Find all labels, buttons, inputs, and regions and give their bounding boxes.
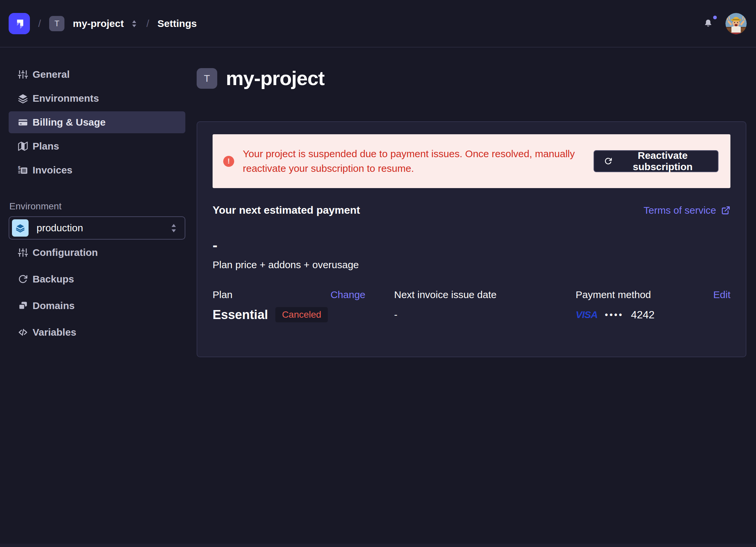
billing-card: ! Your project is suspended due to payme… <box>197 121 746 357</box>
user-avatar[interactable] <box>725 13 747 34</box>
layers-icon <box>18 93 28 103</box>
card-last4: 4242 <box>631 309 654 321</box>
environment-section-label: Environment <box>9 201 197 212</box>
terms-of-service-label: Terms of service <box>644 205 716 216</box>
sliders-icon <box>18 247 28 257</box>
strapi-logo-glyph <box>13 17 26 30</box>
rotate-cw-icon <box>604 156 612 166</box>
bell-icon <box>704 18 713 28</box>
sidebar-item-label: Domains <box>33 300 75 312</box>
suspension-alert-message: Your project is suspended due to payment… <box>243 146 585 176</box>
payment-method-column: Payment method Edit VISA •••• 4242 <box>576 288 730 323</box>
sidebar-item-general[interactable]: General <box>9 63 185 85</box>
breadcrumb-settings[interactable]: Settings <box>157 18 197 29</box>
main-content: T my-project ! Your project is suspended… <box>197 47 756 357</box>
exclamation-icon: ! <box>223 156 234 167</box>
sidebar-item-label: Billing & Usage <box>33 117 106 128</box>
sidebar-item-label: Backups <box>33 274 74 285</box>
sidebar-item-label: Configuration <box>33 247 98 258</box>
invoice-icon: $ <box>18 165 28 175</box>
topbar: / T my-project / Settings <box>0 0 756 47</box>
estimated-payment-description: Plan price + addons + overusage <box>213 258 730 271</box>
rotate-cw-icon <box>18 274 28 284</box>
next-invoice-label: Next invoice issue date <box>394 288 497 302</box>
sidebar-item-label: General <box>33 69 70 80</box>
edit-payment-method-link[interactable]: Edit <box>713 288 730 302</box>
estimated-payment-heading: Your next estimated payment <box>213 204 360 216</box>
strapi-logo[interactable] <box>9 13 30 34</box>
topbar-actions <box>704 13 747 34</box>
visa-logo: VISA <box>576 309 598 320</box>
card-number-mask: •••• <box>605 310 623 320</box>
billing-details: Plan Change Essential Canceled Next invo… <box>213 288 730 323</box>
sidebar-item-label: Environments <box>33 93 99 104</box>
project-initial-chip: T <box>49 16 64 31</box>
reactivate-subscription-button[interactable]: Reactivate subscription <box>594 150 718 172</box>
reactivate-subscription-label: Reactivate subscription <box>617 150 708 172</box>
sidebar-item-plans[interactable]: Plans <box>9 135 185 157</box>
suspension-alert: ! Your project is suspended due to payme… <box>213 134 730 188</box>
plan-label: Plan <box>213 288 233 302</box>
sidebar-item-invoices[interactable]: $ Invoices <box>9 159 185 181</box>
environment-select[interactable]: production <box>9 216 185 239</box>
notifications-button[interactable] <box>704 18 713 29</box>
external-link-icon <box>721 206 730 215</box>
sidebar-item-variables[interactable]: Variables <box>9 321 185 343</box>
page-title: my-project <box>226 67 325 90</box>
sidebar-item-label: Variables <box>33 327 76 338</box>
breadcrumb-separator: / <box>38 18 41 29</box>
sidebar-item-billing-usage[interactable]: Billing & Usage <box>9 111 185 133</box>
project-switcher-icon[interactable] <box>130 19 138 29</box>
sidebar-item-label: Plans <box>33 140 59 152</box>
credit-card-icon <box>18 117 28 127</box>
project-header: T my-project <box>197 67 756 90</box>
breadcrumb-project-name[interactable]: my-project <box>73 18 124 29</box>
breadcrumb-separator: / <box>146 18 149 29</box>
bottom-strip <box>0 544 756 547</box>
sidebar-item-backups[interactable]: Backups <box>9 268 185 290</box>
code-icon <box>18 327 28 337</box>
windows-stack-icon <box>18 301 28 311</box>
payment-method-label: Payment method <box>576 288 651 302</box>
sidebar-item-domains[interactable]: Domains <box>9 295 185 317</box>
plan-status-badge: Canceled <box>275 307 328 322</box>
payment-header: Your next estimated payment Terms of ser… <box>213 204 730 216</box>
environment-icon <box>12 219 29 236</box>
project-initial-chip-large: T <box>197 68 217 89</box>
estimated-payment-amount: - <box>213 237 730 253</box>
environment-nav: Configuration Backups Domains Variables <box>0 241 197 343</box>
sidebar-item-configuration[interactable]: Configuration <box>9 241 185 263</box>
change-plan-link[interactable]: Change <box>331 288 365 302</box>
breadcrumb: / T my-project / Settings <box>9 13 197 34</box>
environment-select-value: production <box>37 222 83 233</box>
next-invoice-value: - <box>394 309 398 320</box>
settings-sidebar: General Environments Billing & Usage Pla… <box>0 47 197 547</box>
map-icon <box>18 141 28 151</box>
plan-name: Essential <box>213 308 268 322</box>
next-invoice-column: Next invoice issue date - <box>394 288 547 323</box>
sidebar-item-environments[interactable]: Environments <box>9 87 185 109</box>
chevron-updown-icon <box>169 222 178 233</box>
sidebar-item-label: Invoices <box>33 164 72 176</box>
terms-of-service-link[interactable]: Terms of service <box>644 205 730 216</box>
sliders-icon <box>18 69 28 79</box>
notification-dot <box>713 16 717 19</box>
svg-text:$: $ <box>18 165 21 170</box>
plan-column: Plan Change Essential Canceled <box>213 288 365 323</box>
